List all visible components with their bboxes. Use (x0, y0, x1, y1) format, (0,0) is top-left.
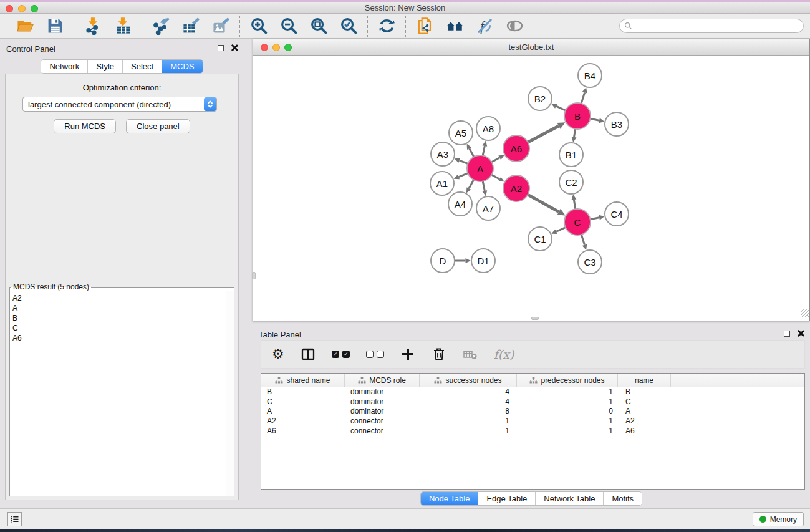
graph-node-A1[interactable]: A1 (430, 172, 454, 195)
import-network-icon[interactable] (83, 16, 103, 36)
zoom-in-icon[interactable] (249, 16, 269, 36)
table-float-panel-icon[interactable] (784, 331, 790, 337)
edge-A-A4[interactable] (469, 180, 474, 188)
open-file-icon[interactable] (15, 16, 35, 36)
tab-edge-table[interactable]: Edge Table (478, 492, 536, 505)
mcds-result-list[interactable]: A2ABCA6 (10, 291, 226, 496)
deselect-all-icon[interactable] (366, 345, 384, 364)
search-input[interactable] (635, 21, 803, 32)
graph-node-A6[interactable]: A6 (503, 135, 529, 162)
edge-A-A1[interactable] (459, 173, 468, 177)
refresh-icon[interactable] (377, 16, 397, 36)
table-close-panel-icon[interactable] (797, 330, 804, 337)
table-row[interactable]: A2connector11A2 (261, 417, 804, 427)
edge-C-C4[interactable] (591, 218, 600, 220)
show-graphics-details-icon[interactable] (504, 16, 524, 36)
resize-handle[interactable] (801, 309, 809, 317)
graph-node-A2[interactable]: A2 (503, 175, 529, 201)
add-column-icon[interactable] (400, 345, 415, 364)
edge-A-A3[interactable] (460, 160, 468, 163)
edge-B-B2[interactable] (556, 106, 566, 110)
edge-A-A7[interactable] (483, 181, 485, 191)
result-item[interactable]: C (12, 323, 226, 333)
delete-column-icon[interactable] (432, 345, 446, 364)
network-graph[interactable]: B4B2BB3A8A5A6A3B1AC2A1A2A4A7C4CC1DD1C3 (253, 56, 809, 317)
graph-node-A[interactable]: A (467, 155, 493, 181)
function-builder-icon[interactable]: f(x) (494, 345, 514, 364)
table-row[interactable]: Cdominator41C (261, 397, 804, 407)
graph-node-A8[interactable]: A8 (476, 117, 500, 140)
delete-table-icon[interactable] (463, 345, 478, 364)
tab-network[interactable]: Network (41, 60, 88, 73)
export-network-icon[interactable] (151, 16, 171, 36)
tab-style[interactable]: Style (88, 60, 123, 73)
graph-node-C[interactable]: C (564, 209, 591, 235)
edge-C-C1[interactable] (556, 228, 566, 232)
edge-C-C2[interactable] (574, 200, 575, 209)
graph-node-A4[interactable]: A4 (448, 192, 472, 216)
tab-motifs[interactable]: Motifs (604, 492, 642, 505)
run-mcds-button[interactable]: Run MCDS (54, 119, 116, 133)
hide-graphics-details-icon[interactable]: f (475, 16, 494, 36)
column-header-MCDS-role[interactable]: MCDS role (345, 374, 420, 387)
tab-mcds[interactable]: MCDS (162, 60, 202, 73)
edge-B-B4[interactable] (581, 92, 584, 104)
result-scrollbar[interactable] (226, 291, 234, 496)
result-item[interactable]: B (12, 313, 226, 323)
float-panel-icon[interactable] (218, 45, 224, 51)
edge-A-A6[interactable] (491, 158, 499, 162)
tab-node-table[interactable]: Node Table (421, 492, 479, 505)
export-table-icon[interactable] (181, 16, 201, 36)
criterion-select[interactable]: largest connected component (directed) (22, 97, 217, 112)
first-neighbors-icon[interactable] (445, 16, 465, 36)
zoom-fit-icon[interactable] (309, 16, 329, 36)
edge-C-C3[interactable] (581, 235, 584, 245)
import-table-icon[interactable] (113, 16, 133, 36)
edge-A-A2[interactable] (491, 175, 499, 179)
new-network-from-selection-icon[interactable] (415, 16, 435, 36)
column-header-shared-name[interactable]: shared name (261, 374, 345, 387)
table-row[interactable]: Adominator80A (261, 407, 804, 417)
edge-A-A5[interactable] (470, 148, 474, 157)
table-settings-icon[interactable]: ⚙ (272, 345, 284, 364)
close-panel-button[interactable]: Close panel (126, 119, 190, 133)
zoom-out-icon[interactable] (279, 16, 299, 36)
graph-node-C1[interactable]: C1 (528, 227, 552, 251)
graph-node-B4[interactable]: B4 (578, 64, 602, 87)
graph-node-B[interactable]: B (564, 103, 591, 129)
graph-node-C4[interactable]: C4 (605, 202, 629, 226)
result-item[interactable]: A6 (12, 333, 226, 343)
graph-node-B3[interactable]: B3 (605, 112, 629, 136)
export-image-icon[interactable] (211, 16, 231, 36)
tab-network-table[interactable]: Network Table (536, 492, 604, 505)
horizontal-scroll-thumb[interactable] (531, 317, 539, 320)
edge-B-B3[interactable] (591, 118, 600, 120)
result-item[interactable]: A (12, 303, 226, 313)
task-history-button[interactable] (7, 512, 22, 526)
graph-node-A5[interactable]: A5 (449, 121, 473, 145)
graph-node-D1[interactable]: D1 (471, 249, 495, 273)
zoom-selected-icon[interactable] (339, 16, 359, 36)
close-panel-icon[interactable] (231, 44, 238, 51)
edge-B-B1[interactable] (574, 129, 576, 137)
tab-select[interactable]: Select (123, 60, 162, 73)
table-row[interactable]: A6connector11A6 (261, 427, 804, 437)
graph-node-D[interactable]: D (431, 249, 455, 273)
graph-node-A3[interactable]: A3 (431, 142, 455, 166)
edge-A-A8[interactable] (483, 146, 485, 155)
memory-button[interactable]: Memory (753, 512, 804, 526)
select-all-icon[interactable]: ✓✓ (332, 345, 350, 364)
show-columns-icon[interactable] (301, 345, 316, 364)
graph-node-A7[interactable]: A7 (476, 196, 500, 220)
column-header-successor-nodes[interactable]: successor nodes (420, 374, 517, 387)
edge-A2-C[interactable] (528, 195, 559, 211)
graph-node-C2[interactable]: C2 (559, 170, 583, 194)
graph-node-C3[interactable]: C3 (578, 250, 602, 274)
graph-node-B1[interactable]: B1 (559, 143, 583, 167)
save-session-icon[interactable] (45, 16, 65, 36)
column-header-name[interactable]: name (618, 374, 671, 387)
result-item[interactable]: A2 (12, 293, 226, 303)
table-row[interactable]: Bdominator41B (261, 387, 804, 397)
edge-A6-B[interactable] (528, 126, 559, 142)
column-header-predecessor-nodes[interactable]: predecessor nodes (517, 374, 618, 387)
